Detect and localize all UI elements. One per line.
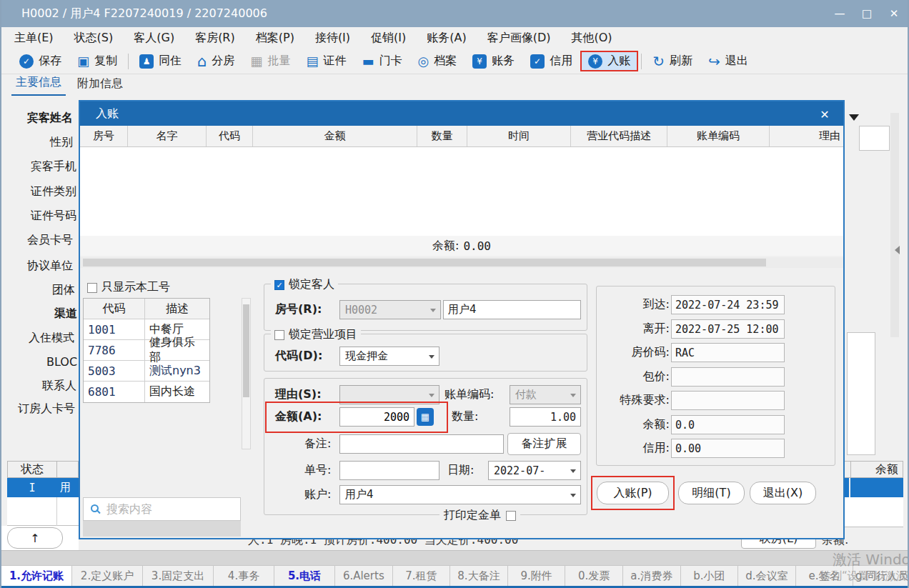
bottom-tab-allow-posting[interactable]: 1.允许记账: [1, 566, 72, 586]
col-code[interactable]: 代码: [207, 126, 253, 146]
exit-button[interactable]: 退出(X): [750, 482, 816, 504]
bottom-tab-phone[interactable]: 5.电话: [274, 566, 335, 586]
menu-guest[interactable]: 客人(G): [134, 31, 174, 46]
doc-no-field[interactable]: [339, 461, 439, 480]
tab-extra-info[interactable]: 附加信息: [73, 74, 127, 96]
maximize-button[interactable]: □: [853, 0, 880, 27]
col-reason[interactable]: 理由: [770, 126, 843, 146]
bottom-tab-small-group[interactable]: b.小团: [681, 566, 739, 586]
code-row[interactable]: 7786 健身俱乐部: [84, 340, 209, 361]
quantity-field[interactable]: 1.00: [510, 407, 581, 427]
col-name[interactable]: 名字: [128, 126, 207, 146]
toolbar-copy[interactable]: ▣ 复制: [69, 51, 125, 71]
only-my-id-checkbox[interactable]: 只显示本工号: [87, 280, 170, 295]
label-guest-phone: 宾客手机: [31, 159, 76, 174]
detail-button[interactable]: 明细(T): [678, 482, 745, 504]
dialog-close-icon[interactable]: ✕: [816, 106, 833, 123]
bottom-tab-big-note[interactable]: 8.大备注: [450, 566, 508, 586]
menu-customer-portrait[interactable]: 客户画像(D): [487, 31, 551, 46]
status-column-header-2[interactable]: [56, 461, 79, 478]
bottom-tab-coupon[interactable]: a.消费券: [623, 566, 681, 586]
col-time[interactable]: 时间: [467, 126, 571, 146]
departure-label: 离开:: [601, 322, 670, 337]
date-combo[interactable]: 2022-07-: [488, 461, 581, 480]
code-table: 代码 描述 1001 中餐厅 7786 健身俱乐部 5003 测试nyn3 68…: [83, 298, 210, 403]
toolbar-door-card[interactable]: ▬ 门卡: [354, 51, 409, 71]
bottom-tab-fixed-expense[interactable]: 3.固定支出: [143, 566, 214, 586]
menu-accounting[interactable]: 账务(A): [427, 31, 466, 46]
bottom-tab-meeting-room[interactable]: d.会议室: [738, 566, 796, 586]
search-input[interactable]: [106, 502, 221, 516]
posting-grid-body[interactable]: [80, 147, 843, 236]
menu-main[interactable]: 主单(E): [14, 31, 54, 46]
toolbar-cohabit[interactable]: ♟ 同住: [131, 51, 189, 71]
print-deposit-checkbox[interactable]: 打印定金单: [439, 508, 520, 523]
bill-code-combo[interactable]: 付款: [510, 385, 581, 404]
toolbar-refresh[interactable]: ↻ 刷新: [645, 51, 700, 71]
departure-value: 2022-07-25 12:00: [671, 319, 785, 339]
bottom-tab-attachment[interactable]: 9.附件: [508, 566, 566, 586]
col-amount[interactable]: 金额: [253, 126, 417, 146]
balance-row-selected-2[interactable]: [850, 478, 903, 497]
col-room[interactable]: 房号: [80, 126, 128, 146]
link-room-button[interactable]: 联房(L): [741, 539, 816, 549]
collapse-arrow-icon[interactable]: [895, 246, 900, 254]
bottom-tab-invoice[interactable]: 0.发票: [565, 566, 623, 586]
status-column-header[interactable]: 状态: [7, 461, 57, 478]
close-button[interactable]: ✕: [880, 0, 908, 27]
code-row[interactable]: 6801 国内长途: [84, 382, 209, 402]
toolbar-posting[interactable]: ¥ 入账: [580, 51, 638, 71]
room-label: 房号(R):: [275, 302, 322, 317]
minimize-button[interactable]: —: [826, 0, 853, 27]
refresh-icon: ↻: [652, 55, 665, 68]
exit-icon: ↪: [708, 55, 720, 68]
toolbar-credit[interactable]: ✓ 信用: [522, 51, 580, 71]
remark-field[interactable]: [339, 434, 504, 454]
horizontal-scrollbar[interactable]: [80, 257, 843, 268]
doc-no-label: 单号:: [304, 463, 331, 478]
guest-name-field[interactable]: 用户4: [443, 300, 581, 319]
bottom-tab-define-account[interactable]: 2.定义账户: [72, 566, 143, 586]
menu-promotion[interactable]: 促销(I): [371, 31, 406, 46]
package-label: 包价:: [601, 369, 670, 384]
post-button[interactable]: 入账(P): [597, 482, 669, 504]
toolbar-save[interactable]: ✓ 保存: [11, 51, 69, 71]
remark-label: 备注:: [304, 437, 331, 452]
toolbar-assign-room[interactable]: ⌂ 分房: [189, 51, 242, 71]
code-row[interactable]: 5003 测试nyn3: [84, 361, 209, 382]
lock-business-checkbox[interactable]: 锁定营业项目: [271, 327, 361, 342]
bottom-tab-alerts[interactable]: 6.Alerts: [335, 566, 393, 586]
menu-reception[interactable]: 接待(I): [315, 31, 350, 46]
lock-guest-checkbox[interactable]: 锁定客人: [271, 277, 338, 292]
tab-main-info[interactable]: 主要信息: [11, 73, 66, 96]
toolbar: ✓ 保存 ▣ 复制 ♟ 同住 ⌂ 分房 ▦ 批量 ▤ 证件 ▬ 门卡 ◎ 档案 …: [1, 49, 909, 74]
copy-icon: ▣: [77, 55, 89, 68]
balance-column-header[interactable]: 余额: [850, 461, 903, 478]
calculator-icon[interactable]: ▦: [417, 408, 434, 426]
menu-room[interactable]: 客房(R): [195, 31, 235, 46]
col-quantity[interactable]: 数量: [417, 126, 467, 146]
account-combo[interactable]: 用户4: [339, 485, 581, 504]
toolbar-id-card[interactable]: ▤ 证件: [298, 51, 354, 71]
col-bill-code[interactable]: 账单编码: [667, 126, 770, 146]
amount-input[interactable]: [339, 407, 414, 427]
remark-extend-button[interactable]: 备注扩展: [507, 433, 581, 455]
dropdown-arrow-icon[interactable]: [849, 114, 859, 121]
balance-value: 0.0: [671, 415, 785, 434]
bottom-tab-lease[interactable]: 7.租赁: [393, 566, 451, 586]
code-combo[interactable]: 现金押金: [339, 347, 439, 366]
code-search-box[interactable]: [83, 497, 241, 521]
toolbar-archive[interactable]: ◎ 档案: [409, 51, 465, 71]
toolbar-billing[interactable]: ¥ 账务: [465, 51, 522, 71]
vertical-scrollbar[interactable]: [242, 298, 251, 449]
menu-status[interactable]: 状态(S): [74, 31, 114, 46]
background-scroll-strip[interactable]: [890, 113, 899, 337]
menu-profile[interactable]: 档案(P): [256, 31, 294, 46]
label-gender: 性别: [50, 135, 73, 150]
toolbar-exit[interactable]: ↪ 退出: [700, 51, 756, 71]
col-business-desc[interactable]: 营业代码描述: [571, 126, 667, 146]
room-combo[interactable]: H0002: [339, 300, 441, 319]
bottom-tab-transaction[interactable]: 4.事务: [214, 566, 274, 586]
posting-grid-header: 房号 名字 代码 金额 数量 时间 营业代码描述 账单编码 理由: [80, 126, 843, 147]
menu-other[interactable]: 其他(O): [572, 31, 612, 46]
